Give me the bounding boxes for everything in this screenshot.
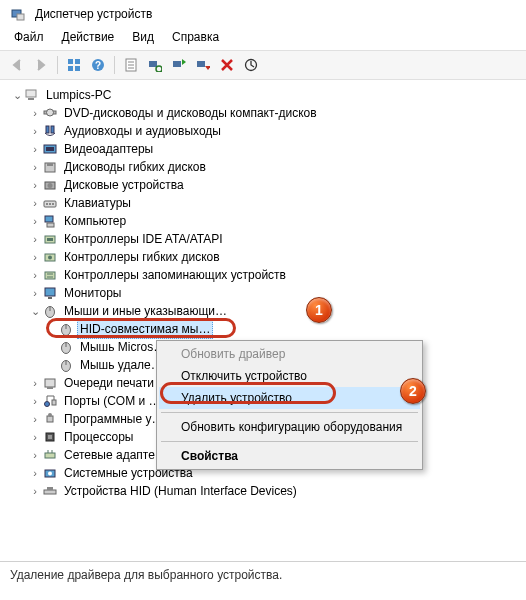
svg-rect-52 xyxy=(47,387,53,389)
svg-rect-40 xyxy=(45,272,55,279)
device-category-icon xyxy=(42,123,58,139)
disable-device-button[interactable] xyxy=(192,54,214,76)
svg-rect-16 xyxy=(197,61,205,67)
svg-rect-23 xyxy=(51,126,54,133)
toolbar: ? xyxy=(0,50,526,80)
tree-category[interactable]: ›Дисководы гибких дисков xyxy=(6,158,526,176)
svg-rect-51 xyxy=(45,379,55,387)
tree-device-hid-mouse[interactable]: HID-совместимая мы… xyxy=(6,320,526,338)
tree-category-label: Процессоры xyxy=(61,427,137,447)
ctx-uninstall-device[interactable]: Удалить устройство xyxy=(159,387,420,409)
tree-root[interactable]: ⌄ Lumpics-PC xyxy=(6,86,526,104)
tree-category-label: Дисководы гибких дисков xyxy=(61,157,209,177)
svg-line-14 xyxy=(161,71,162,72)
tree-category[interactable]: ›Аудиовходы и аудиовыходы xyxy=(6,122,526,140)
device-category-icon xyxy=(42,267,58,283)
tree-category-label: Компьютер xyxy=(61,211,129,231)
expand-icon[interactable]: › xyxy=(28,140,42,158)
device-category-icon xyxy=(42,393,58,409)
svg-rect-3 xyxy=(75,59,80,64)
tree-category-mouse[interactable]: ⌄ Мыши и иные указывающи… xyxy=(6,302,526,320)
tree-category-label: Очереди печати xyxy=(61,373,157,393)
tree-category[interactable]: ›Контроллеры запоминающих устройств xyxy=(6,266,526,284)
tree-category-label: Видеоадаптеры xyxy=(61,139,156,159)
menu-file[interactable]: Файл xyxy=(6,28,52,46)
scan-hardware-button[interactable] xyxy=(144,54,166,76)
back-button xyxy=(6,54,28,76)
tree-category[interactable]: ›Мониторы xyxy=(6,284,526,302)
expand-icon[interactable]: › xyxy=(28,410,42,428)
svg-rect-59 xyxy=(45,453,55,458)
mouse-icon xyxy=(58,339,74,355)
tree-device-hid-mouse-label: HID-совместимая мы… xyxy=(77,319,213,339)
tree-category-label: Программные у… xyxy=(61,409,166,429)
expand-icon[interactable]: › xyxy=(28,194,42,212)
expand-icon[interactable]: › xyxy=(28,122,42,140)
collapse-icon[interactable]: ⌄ xyxy=(28,302,42,320)
expand-icon[interactable]: › xyxy=(28,446,42,464)
svg-rect-1 xyxy=(17,14,24,20)
device-category-icon xyxy=(42,231,58,247)
svg-rect-41 xyxy=(45,288,55,296)
ctx-update-driver[interactable]: Обновить драйвер xyxy=(159,343,420,365)
tree-category[interactable]: ›Контроллеры гибких дисков xyxy=(6,248,526,266)
device-category-icon xyxy=(42,429,58,445)
expand-icon[interactable]: › xyxy=(28,104,42,122)
svg-rect-63 xyxy=(47,487,53,490)
svg-point-39 xyxy=(48,256,52,260)
expand-icon[interactable]: › xyxy=(28,230,42,248)
expand-icon[interactable]: › xyxy=(28,212,42,230)
svg-rect-31 xyxy=(46,203,48,205)
tree-category[interactable]: ›Устройства HID (Human Interface Devices… xyxy=(6,482,526,500)
ctx-separator xyxy=(161,441,418,442)
device-tree[interactable]: ⌄ Lumpics-PC ›DVD-дисководы и дисководы … xyxy=(0,80,526,568)
properties-grid-button[interactable] xyxy=(63,54,85,76)
collapse-icon[interactable]: ⌄ xyxy=(10,86,24,104)
svg-text:?: ? xyxy=(95,60,101,71)
svg-rect-15 xyxy=(173,61,181,67)
tree-device-remote-mouse-label: Мышь удале… xyxy=(77,355,166,375)
expand-icon[interactable]: › xyxy=(28,374,42,392)
update-driver-button[interactable] xyxy=(168,54,190,76)
tree-category[interactable]: ›Клавиатуры xyxy=(6,194,526,212)
properties-sheet-button[interactable] xyxy=(120,54,142,76)
tree-category-label: Мониторы xyxy=(61,283,124,303)
status-text: Удаление драйвера для выбранного устройс… xyxy=(10,568,282,582)
uninstall-device-button[interactable] xyxy=(216,54,238,76)
scan-changes-button[interactable] xyxy=(240,54,262,76)
mouse-icon xyxy=(58,321,74,337)
help-button[interactable]: ? xyxy=(87,54,109,76)
device-category-icon xyxy=(42,213,58,229)
ctx-scan-hardware[interactable]: Обновить конфигурацию оборудования xyxy=(159,416,420,438)
tree-category-label: Дисковые устройства xyxy=(61,175,187,195)
svg-rect-5 xyxy=(75,66,80,71)
expand-icon[interactable]: › xyxy=(28,284,42,302)
expand-icon[interactable]: › xyxy=(28,428,42,446)
menu-view[interactable]: Вид xyxy=(124,28,162,46)
tree-root-label: Lumpics-PC xyxy=(43,85,114,105)
tree-category[interactable]: ›Дисковые устройства xyxy=(6,176,526,194)
expand-icon[interactable]: › xyxy=(28,464,42,482)
device-manager-icon xyxy=(10,6,26,22)
ctx-properties[interactable]: Свойства xyxy=(159,445,420,467)
expand-icon[interactable]: › xyxy=(28,482,42,500)
tree-category[interactable]: ›Видеоадаптеры xyxy=(6,140,526,158)
tree-category[interactable]: ›Контроллеры IDE ATA/ATAPI xyxy=(6,230,526,248)
device-category-icon xyxy=(42,375,58,391)
expand-icon[interactable]: › xyxy=(28,176,42,194)
tree-category[interactable]: ›DVD-дисководы и дисководы компакт-диско… xyxy=(6,104,526,122)
svg-rect-62 xyxy=(44,490,56,494)
tree-category-label: Контроллеры гибких дисков xyxy=(61,247,223,267)
expand-icon[interactable]: › xyxy=(28,392,42,410)
tree-category[interactable]: ›Компьютер xyxy=(6,212,526,230)
expand-icon[interactable]: › xyxy=(28,266,42,284)
device-category-icon xyxy=(42,411,58,427)
tree-category-label: Порты (COM и … xyxy=(61,391,164,411)
device-category-icon xyxy=(42,249,58,265)
menu-action[interactable]: Действие xyxy=(54,28,123,46)
menu-help[interactable]: Справка xyxy=(164,28,227,46)
tree-category-label: Контроллеры IDE ATA/ATAPI xyxy=(61,229,226,249)
expand-icon[interactable]: › xyxy=(28,158,42,176)
expand-icon[interactable]: › xyxy=(28,248,42,266)
ctx-disable-device[interactable]: Отключить устройство xyxy=(159,365,420,387)
